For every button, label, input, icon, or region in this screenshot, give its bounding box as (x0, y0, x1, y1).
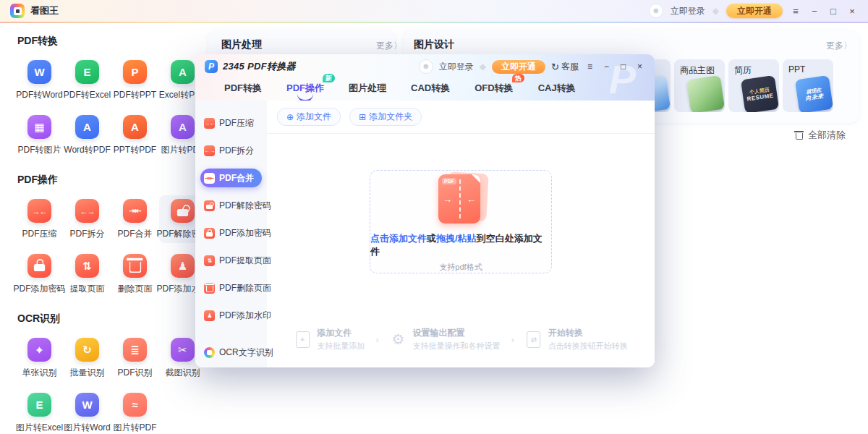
tool-pdf-to-excel[interactable]: EPDF转Excel (64, 56, 111, 104)
trash-icon (206, 286, 213, 292)
file-dropzone[interactable]: PDF → ← 点击添加文件或拖拽/粘贴到空白处添加文件 支持pdf格式 (370, 170, 552, 273)
tool-pdf-to-word[interactable]: WPDF转Word (16, 56, 63, 104)
sidebar-item-ocr-text-recognition[interactable]: OCR文字识别 (195, 346, 267, 359)
tool-batch-ocr[interactable]: ↻批量识别 (64, 334, 111, 382)
tool-single-ocr[interactable]: ⌖单张识别 (16, 334, 63, 382)
tool-pdf-split[interactable]: ←→PDF拆分 (64, 195, 111, 243)
lock-icon (34, 263, 45, 271)
pdf-to-ppt-icon: P (123, 60, 147, 84)
login-link[interactable]: 立即登录 (671, 5, 705, 17)
section-title: PDF操作 (17, 174, 221, 187)
tool-image-to-excel[interactable]: E图片转Excel (16, 389, 63, 434)
image-to-word-icon: W (75, 393, 99, 417)
minimize-icon[interactable]: − (809, 6, 820, 17)
menu-icon[interactable]: ≡ (790, 6, 801, 17)
vip-diamond-icon[interactable]: ◆ (712, 6, 719, 16)
section-title: OCR识别 (17, 312, 221, 326)
instruction-part: 拖拽/粘贴 (436, 233, 477, 244)
modal-login-link[interactable]: 立即登录 (439, 61, 474, 73)
tab-caj-convert[interactable]: CAJ转换 (538, 82, 576, 95)
step-title: 开始转换 (548, 327, 628, 339)
sidebar-item-pdf-merge[interactable]: ⇥⇤PDF合并 (200, 169, 262, 187)
trash-icon (796, 133, 803, 140)
tool-pdf-to-ppt[interactable]: PPDF转PPT (111, 56, 158, 104)
pdf-compress-icon: →← (204, 118, 215, 129)
modal-close-icon[interactable]: × (634, 61, 645, 72)
avatar-icon[interactable]: ☻ (649, 4, 663, 18)
tool-pdf-compress[interactable]: →←PDF压缩 (16, 195, 63, 243)
clear-all-button[interactable]: 全部清除 (796, 129, 846, 142)
more-link-image-process[interactable]: 更多〉 (376, 40, 402, 52)
excel-to-pdf-icon: A (171, 60, 195, 84)
file-glyph: ⇄ (527, 331, 540, 348)
modal-vip-diamond-icon[interactable]: ◆ (480, 61, 486, 72)
upgrade-button[interactable]: 立即开通 (726, 4, 783, 18)
app-root: { "icons": { "menu": "≡", "minimize": "−… (0, 0, 868, 434)
rainbow-divider (0, 22, 868, 23)
sidebar-item-label: PDF合并 (219, 172, 254, 184)
sidebar-item-pdf-watermark[interactable]: ♟PDF添加水印 (200, 306, 262, 325)
tool-delete-pages[interactable]: 删除页面 (111, 250, 158, 298)
tab-badge: 热 (512, 74, 524, 82)
tool-ppt-to-pdf[interactable]: APPT转PDF (111, 111, 158, 159)
modal-minimize-icon[interactable]: − (601, 61, 612, 72)
sidebar-item-pdf-add-password[interactable]: PDF添加密码 (200, 224, 262, 242)
tab-label: CAJ转换 (538, 82, 576, 93)
pdf-add-password-icon (27, 254, 51, 278)
tool-pdf-to-image[interactable]: ▦PDF转图片 (16, 111, 63, 159)
customer-service-button[interactable]: ↻ 客服 (551, 61, 579, 73)
tab-image-process[interactable]: 图片处理 (349, 82, 386, 95)
tool-pdf-add-password[interactable]: PDF添加密码 (16, 250, 63, 298)
modal-avatar-icon[interactable]: ☻ (419, 59, 433, 74)
design-card-PPT[interactable]: PPT就现在向未来 (783, 59, 833, 112)
tool-word-to-pdf[interactable]: AWord转PDF (64, 111, 111, 159)
modal-titlebar-right: ☻ 立即登录 ◆ 立即开通 ↻ 客服 ≡ − □ × (419, 59, 645, 74)
tool-image-to-pdf-ocr[interactable]: ≈图片转PDF (111, 389, 158, 434)
sidebar-item-pdf-split[interactable]: ←→PDF拆分 (200, 141, 262, 160)
sidebar-item-pdf-compress[interactable]: →←PDF压缩 (200, 114, 262, 132)
add-folder-button[interactable]: ⊞ 添加文件夹 (349, 108, 422, 126)
card-label: 商品主图 (680, 64, 715, 77)
tool-pdf-ocr[interactable]: ≣PDF识别 (111, 334, 158, 382)
tab-pdf-convert[interactable]: PDF转换 (224, 82, 262, 95)
maximize-icon[interactable]: □ (827, 6, 839, 17)
modal-header: P P 2345 PDF转换器 ☻ 立即登录 ◆ 立即开通 ↻ 客服 ≡ − □… (195, 54, 655, 101)
tool-pdf-merge[interactable]: ⇥⇤PDF合并 (111, 195, 158, 243)
workflow-steps: +添加文件支持批量添加›⚙设置输出配置支持批量操作和各种设置›⇄开始转换点击转换… (294, 327, 628, 352)
tab-cad-convert[interactable]: CAD转换 (411, 82, 450, 95)
more-link-image-design[interactable]: 更多〉 (826, 40, 852, 52)
tool-label: Word转PDF (64, 144, 110, 156)
close-icon[interactable]: × (846, 6, 858, 17)
app-title: 看图王 (30, 4, 59, 17)
tab-ofd-convert[interactable]: OFD转换热 (475, 82, 513, 95)
instruction-part: 点击添加文件 (370, 233, 427, 244)
add-file-button[interactable]: ⊕ 添加文件 (277, 108, 341, 126)
step-text: 设置输出配置支持批量操作和各种设置 (413, 327, 501, 352)
tool-label: PDF合并 (118, 228, 153, 240)
modal-maximize-icon[interactable]: □ (618, 61, 629, 72)
tool-label: PDF压缩 (22, 228, 57, 240)
tool-label: 图片转PDF (114, 422, 157, 434)
modal-menu-icon[interactable]: ≡ (584, 61, 595, 72)
unlock-icon (177, 208, 188, 216)
sidebar-item-label: PDF添加水印 (219, 310, 271, 322)
design-card-简历[interactable]: 简历个人简历RESUME (728, 59, 779, 112)
modal-tabs: PDF转换PDF操作新图片处理CAD转换OFD转换热CAJ转换 (195, 79, 655, 101)
card-label: PPT (788, 64, 805, 75)
add-circle-icon: ⊕ (286, 112, 294, 122)
tool-image-to-word[interactable]: W图片转Word (64, 389, 111, 434)
tool-extract-pages[interactable]: ⇅提取页面 (64, 250, 111, 298)
sidebar-item-pdf-remove-password[interactable]: PDF解除密码 (200, 196, 262, 215)
modal-titlebar: P 2345 PDF转换器 ☻ 立即登录 ◆ 立即开通 ↻ 客服 ≡ − □ × (195, 54, 655, 79)
sidebar-item-label: OCR文字识别 (219, 346, 273, 359)
trash-icon (129, 261, 141, 272)
pdf-tag: PDF (442, 178, 456, 184)
sidebar-item-pdf-delete-pages[interactable]: PDF删除页面 (200, 278, 262, 297)
modal-upgrade-button[interactable]: 立即开通 (492, 60, 545, 74)
tab-label: PDF操作 (286, 82, 324, 93)
tab-pdf-operate[interactable]: PDF操作新 (286, 82, 324, 95)
design-card-商品主图[interactable]: 商品主图 (674, 59, 725, 112)
sidebar-item-pdf-extract-pages[interactable]: ⇅PDF提取页面 (200, 251, 262, 270)
tab-label: 图片处理 (349, 82, 386, 93)
modal-body: →←PDF压缩←→PDF拆分⇥⇤PDF合并PDF解除密码PDF添加密码⇅PDF提… (195, 101, 655, 367)
